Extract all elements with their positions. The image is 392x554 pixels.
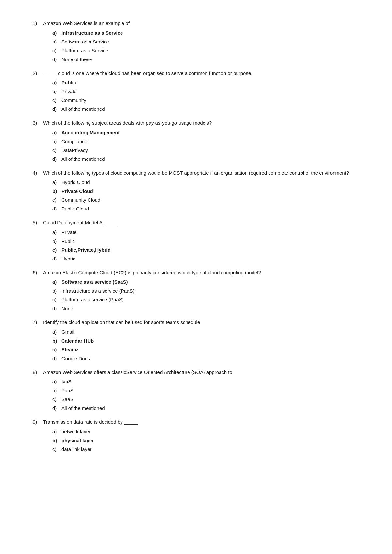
option-item: d)Hybrid bbox=[52, 254, 366, 263]
question-number: 3) bbox=[33, 119, 42, 127]
option-item: a)Gmail bbox=[52, 327, 366, 336]
option-text: Google Docs bbox=[61, 354, 90, 363]
option-text: Infrastructure as a service (PaaS) bbox=[61, 286, 134, 295]
option-item: d)None bbox=[52, 304, 366, 313]
option-text: physical layer bbox=[61, 436, 94, 445]
option-label: a) bbox=[52, 427, 59, 436]
option-label: b) bbox=[52, 37, 59, 46]
option-item: c)Platform as a Service bbox=[52, 46, 366, 55]
option-item: c)Community bbox=[52, 96, 366, 105]
option-item: c)Eteamz bbox=[52, 345, 366, 354]
question-number: 6) bbox=[33, 269, 42, 277]
option-text: Private Cloud bbox=[61, 187, 93, 195]
options-list: a)Publicb)Privatec)Communityd)All of the… bbox=[33, 78, 366, 113]
options-list: a)network layerb)physical layerc)data li… bbox=[33, 427, 366, 454]
option-item: b)PaaS bbox=[52, 386, 366, 395]
option-label: b) bbox=[52, 237, 59, 245]
option-item: c)Community Cloud bbox=[52, 195, 366, 204]
question-text: Identify the cloud application that can … bbox=[43, 319, 200, 326]
option-text: Private bbox=[61, 87, 77, 96]
question-number: 2) bbox=[33, 70, 42, 77]
option-label: d) bbox=[52, 105, 59, 113]
quiz-list: 1)Amazon Web Services is an example ofa)… bbox=[33, 20, 366, 454]
options-list: a)Accounting Managementb)Compliancec)Dat… bbox=[33, 128, 366, 163]
option-label: a) bbox=[52, 28, 59, 37]
option-item: b)Software as a Service bbox=[52, 37, 366, 46]
option-text: SaaS bbox=[61, 395, 74, 404]
option-label: b) bbox=[52, 436, 59, 445]
option-text: None bbox=[61, 304, 73, 313]
option-label: c) bbox=[52, 146, 59, 155]
option-text: Compliance bbox=[61, 137, 87, 146]
option-text: Platform as a Service bbox=[61, 46, 108, 55]
question-item: 6)Amazon Elastic Compute Cloud (EC2) is … bbox=[33, 269, 366, 313]
question-row: 9)Transmission data rate is decided by _… bbox=[33, 418, 366, 426]
option-item: a)IaaS bbox=[52, 377, 366, 386]
option-label: b) bbox=[52, 336, 59, 345]
question-item: 5)Cloud Deployment Model A _____a)Privat… bbox=[33, 219, 366, 263]
option-label: a) bbox=[52, 78, 59, 87]
option-text: Calendar HUb bbox=[61, 336, 94, 345]
option-label: c) bbox=[52, 195, 59, 204]
options-list: a)Hybrid Cloudb)Private Cloudc)Community… bbox=[33, 178, 366, 213]
question-row: 4)Which of the following types of cloud … bbox=[33, 169, 366, 177]
option-item: b)Private bbox=[52, 87, 366, 96]
option-label: c) bbox=[52, 295, 59, 304]
option-item: d)All of the mentioned bbox=[52, 155, 366, 163]
option-label: c) bbox=[52, 395, 59, 404]
question-text: _____ cloud is one where the cloud has b… bbox=[43, 70, 252, 77]
option-text: All of the mentioned bbox=[61, 155, 105, 163]
question-text: Which of the following types of cloud co… bbox=[43, 169, 349, 177]
option-text: Community Cloud bbox=[61, 195, 100, 204]
question-item: 9)Transmission data rate is decided by _… bbox=[33, 418, 366, 454]
option-label: c) bbox=[52, 245, 59, 254]
option-label: a) bbox=[52, 128, 59, 137]
question-number: 8) bbox=[33, 369, 42, 376]
option-text: Accounting Management bbox=[61, 128, 120, 137]
option-label: b) bbox=[52, 137, 59, 146]
option-text: Software as a Service bbox=[61, 37, 109, 46]
question-number: 5) bbox=[33, 219, 42, 227]
option-label: b) bbox=[52, 187, 59, 195]
option-text: Hybrid bbox=[61, 254, 75, 263]
option-text: Public bbox=[61, 78, 76, 87]
option-text: Gmail bbox=[61, 327, 74, 336]
option-text: Infrastructure as a Service bbox=[61, 28, 123, 37]
option-text: Eteamz bbox=[61, 345, 79, 354]
option-label: c) bbox=[52, 345, 59, 354]
option-item: a)network layer bbox=[52, 427, 366, 436]
option-item: a)Infrastructure as a Service bbox=[52, 28, 366, 37]
option-label: b) bbox=[52, 87, 59, 96]
question-item: 7)Identify the cloud application that ca… bbox=[33, 319, 366, 363]
question-row: 7)Identify the cloud application that ca… bbox=[33, 319, 366, 326]
option-item: b)Infrastructure as a service (PaaS) bbox=[52, 286, 366, 295]
option-item: c)SaaS bbox=[52, 395, 366, 404]
option-label: d) bbox=[52, 155, 59, 163]
question-text: Amazon Elastic Compute Cloud (EC2) is pr… bbox=[43, 269, 261, 277]
option-text: data link layer bbox=[61, 445, 92, 454]
question-item: 2)_____ cloud is one where the cloud has… bbox=[33, 70, 366, 114]
options-list: a)IaaSb)PaaSc)SaaSd)All of the mentioned bbox=[33, 377, 366, 412]
option-label: a) bbox=[52, 228, 59, 237]
option-label: d) bbox=[52, 304, 59, 313]
question-row: 1)Amazon Web Services is an example of bbox=[33, 20, 366, 27]
question-text: Cloud Deployment Model A _____ bbox=[43, 219, 117, 227]
question-row: 8)Amazon Web Services offers a classicSe… bbox=[33, 369, 366, 376]
question-number: 9) bbox=[33, 418, 42, 426]
option-item: d)None of these bbox=[52, 55, 366, 64]
question-item: 8)Amazon Web Services offers a classicSe… bbox=[33, 369, 366, 413]
option-item: b)Calendar HUb bbox=[52, 336, 366, 345]
option-label: b) bbox=[52, 386, 59, 395]
option-item: b)Private Cloud bbox=[52, 187, 366, 195]
option-item: b)Public bbox=[52, 237, 366, 245]
option-item: a)Accounting Management bbox=[52, 128, 366, 137]
option-label: d) bbox=[52, 204, 59, 213]
options-list: a)Privateb)Publicc)Public,Private,Hybrid… bbox=[33, 228, 366, 263]
option-text: All of the mentioned bbox=[61, 105, 105, 113]
option-text: Public bbox=[61, 237, 75, 245]
option-item: d)All of the mentioned bbox=[52, 105, 366, 113]
option-label: b) bbox=[52, 286, 59, 295]
question-number: 1) bbox=[33, 20, 42, 27]
option-text: Hybrid Cloud bbox=[61, 178, 90, 187]
question-text: Transmission data rate is decided by ___… bbox=[43, 418, 138, 426]
